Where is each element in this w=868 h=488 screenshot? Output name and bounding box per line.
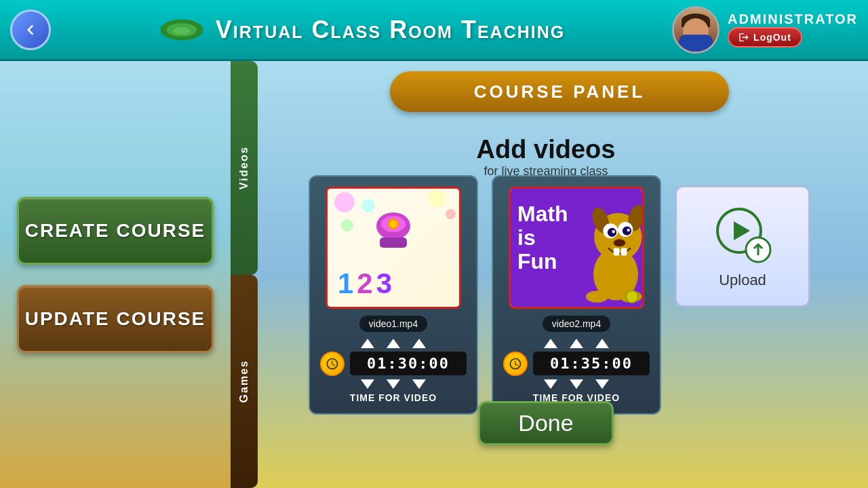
video-filename-2: video2.mp4 — [542, 316, 610, 332]
tab-strip: Videos Games — [231, 61, 258, 488]
update-course-button[interactable]: UPDATE COURSE — [17, 285, 214, 353]
svg-marker-24 — [734, 221, 750, 240]
time-label-1: TIME FOR VIDEO — [350, 392, 437, 403]
logo-text: Virtual Class Room Teaching — [216, 16, 565, 44]
upload-icon — [712, 204, 773, 265]
time-down-seconds-1[interactable] — [412, 379, 426, 389]
logout-button[interactable]: LogOut — [728, 27, 802, 48]
done-button[interactable]: Done — [478, 401, 614, 445]
arrows-down-1 — [361, 379, 426, 389]
arrows-up-2 — [544, 339, 609, 348]
time-up-seconds-1[interactable] — [412, 339, 426, 348]
svg-rect-20 — [621, 248, 627, 255]
svg-point-15 — [623, 226, 631, 235]
upload-area: Upload — [675, 175, 810, 307]
logo-icon — [158, 13, 205, 47]
svg-rect-7 — [380, 238, 407, 248]
time-up-hours-1[interactable] — [361, 339, 374, 348]
header: Virtual Class Room Teaching ADMINISTRATO… — [0, 0, 868, 61]
svg-point-16 — [612, 230, 615, 233]
time-value-1: 01:30:00 — [350, 352, 467, 375]
machine-icon — [370, 209, 417, 257]
video-card-1: 1 2 3 video1.mp4 — [309, 175, 478, 415]
back-button[interactable] — [10, 10, 51, 50]
svg-point-14 — [608, 228, 616, 237]
time-down-hours-2[interactable] — [544, 379, 557, 389]
svg-point-17 — [627, 229, 630, 231]
math-text: MathisFun — [517, 202, 568, 274]
tab-videos-label: Videos — [238, 146, 250, 189]
user-area: ADMINISTRATOR LogOut — [672, 6, 858, 54]
tab-games[interactable]: Games — [231, 275, 258, 489]
main-content: CREATE COURSE UPDATE COURSE Videos Games… — [0, 61, 868, 488]
time-display-row-2: 01:35:00 — [503, 352, 650, 376]
video-card-2: MathisFun — [492, 175, 661, 415]
add-videos-title: Add videos — [477, 136, 616, 164]
time-display-row-1: 01:30:00 — [320, 352, 467, 376]
upload-label: Upload — [719, 271, 766, 289]
svg-point-18 — [614, 239, 626, 246]
time-down-minutes-1[interactable] — [387, 379, 400, 389]
course-panel-title: COURSE PANEL — [474, 81, 646, 102]
arrows-down-2 — [544, 379, 609, 389]
videos-grid: 1 2 3 video1.mp4 — [309, 175, 810, 415]
svg-rect-19 — [614, 248, 620, 255]
time-up-seconds-2[interactable] — [595, 339, 609, 348]
time-control-2: 01:35:00 TIME FOR VIDEO — [503, 339, 650, 403]
time-down-hours-1[interactable] — [361, 379, 374, 389]
time-down-seconds-2[interactable] — [595, 379, 609, 389]
sidebar: CREATE COURSE UPDATE COURSE Videos Games — [0, 61, 231, 488]
create-course-button[interactable]: CREATE COURSE — [17, 197, 214, 265]
time-value-2: 01:35:00 — [533, 352, 650, 375]
user-name-label: ADMINISTRATOR — [728, 12, 858, 27]
dog-character-icon — [574, 192, 642, 304]
tab-videos[interactable]: Videos — [231, 61, 258, 275]
svg-point-21 — [586, 290, 608, 303]
tab-games-label: Games — [238, 360, 250, 402]
svg-point-6 — [390, 221, 397, 227]
user-info: ADMINISTRATOR LogOut — [728, 12, 858, 48]
logo-area: Virtual Class Room Teaching — [51, 13, 672, 47]
time-icon-2 — [503, 352, 528, 376]
course-panel-header: COURSE PANEL — [390, 71, 729, 112]
avatar — [672, 6, 719, 54]
arrows-up-1 — [361, 339, 426, 348]
add-videos-section: Add videos for live streaming class — [477, 136, 616, 179]
video-thumbnail-1: 1 2 3 — [326, 187, 461, 309]
time-up-hours-2[interactable] — [544, 339, 557, 348]
time-control-1: 01:30:00 TIME FOR VIDEO — [320, 339, 467, 403]
time-up-minutes-2[interactable] — [570, 339, 583, 348]
video-filename-1: video1.mp4 — [359, 316, 427, 332]
upload-button[interactable]: Upload — [675, 185, 810, 307]
svg-point-2 — [173, 26, 190, 34]
video-thumbnail-2: MathisFun — [509, 187, 644, 309]
logout-label: LogOut — [753, 32, 791, 43]
time-down-minutes-2[interactable] — [570, 379, 583, 389]
content-area: COURSE PANEL Add videos for live streami… — [231, 61, 868, 488]
time-icon-1 — [320, 352, 344, 376]
time-up-minutes-1[interactable] — [387, 339, 400, 348]
upload-icon-svg — [712, 204, 773, 265]
